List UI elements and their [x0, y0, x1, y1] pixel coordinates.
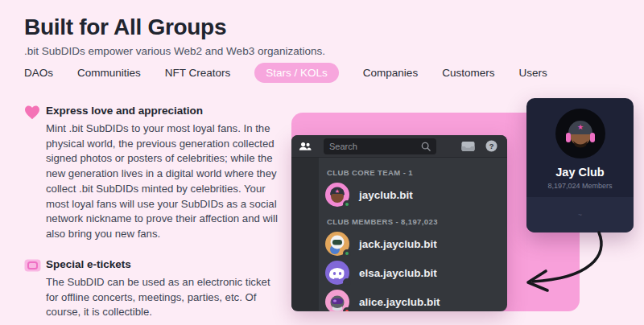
feature-text-block: Special e-tickets The SubDID can be used… — [46, 258, 283, 320]
feature-title: Special e-tickets — [46, 258, 283, 270]
club-name: Jay Club — [526, 166, 634, 179]
avatar: ★ — [325, 183, 349, 207]
profile-card-footer: ~ — [526, 197, 634, 232]
jay-club-profile-card[interactable]: ★ Jay Club 8,197,024 Members ~ — [526, 98, 634, 232]
header-icons: ? — [436, 140, 507, 152]
status-online — [343, 249, 351, 257]
tab-communities[interactable]: Communities — [77, 67, 141, 79]
tab-stars-kols[interactable]: Stars / KOLs — [254, 63, 339, 83]
member-name: jack.jayclub.bit — [359, 238, 437, 250]
inbox-icon[interactable] — [461, 141, 475, 152]
avatar — [325, 261, 349, 285]
member-row-jack[interactable]: jack.jayclub.bit — [325, 229, 501, 258]
built-for-all-groups-section: Built for All Groups .bit SubDIDs empowe… — [0, 0, 644, 325]
members-icon[interactable] — [291, 142, 319, 151]
club-avatar: ★ — [555, 109, 605, 158]
tab-customers[interactable]: Customers — [442, 67, 494, 79]
curved-arrow-doodle — [515, 228, 613, 299]
feature-text-block: Express love and appreciation Mint .bit … — [46, 105, 283, 242]
status-dnd — [343, 307, 351, 311]
club-member-count: 8,197,024 Members — [526, 182, 634, 190]
avatar — [325, 232, 349, 256]
svg-text:★: ★ — [576, 123, 583, 131]
roster-group-header: CLUB CORE TEAM - 1 — [327, 168, 501, 177]
avatar — [325, 290, 349, 311]
member-name: alice.jayclub.bit — [359, 296, 440, 308]
svg-text:★: ★ — [335, 188, 340, 194]
member-row-jayclub[interactable]: ★ jayclub.bit — [325, 180, 501, 209]
feature-etickets: Special e-tickets The SubDID can be used… — [24, 258, 283, 320]
status-idle — [343, 278, 351, 286]
roster-group-header: CLUB MEMBERS - 8,197,023 — [327, 217, 501, 226]
feature-express-love: Express love and appreciation Mint .bit … — [24, 105, 283, 242]
footer-glyph: ~ — [578, 211, 582, 219]
search-placeholder: Search — [329, 142, 421, 151]
tab-nft-creators[interactable]: NFT Creators — [165, 67, 231, 79]
feature-body: The SubDID can be used as an electronic … — [46, 275, 283, 320]
page-subtitle: .bit SubDIDs empower various Web2 and We… — [24, 45, 325, 57]
group-tabs: DAOs Communities NFT Creators Stars / KO… — [24, 63, 547, 83]
feature-list: Express love and appreciation Mint .bit … — [24, 105, 283, 325]
ticket-icon — [24, 258, 46, 320]
feature-title: Express love and appreciation — [46, 105, 283, 117]
svg-text:?: ? — [489, 142, 494, 150]
feature-body: Mint .bit SubDIDs to your most loyal fan… — [46, 121, 283, 242]
member-name: jayclub.bit — [359, 189, 413, 201]
search-input[interactable]: Search — [324, 138, 436, 154]
tab-daos[interactable]: DAOs — [24, 67, 53, 79]
tab-companies[interactable]: Companies — [363, 67, 418, 79]
mockup-header: Search ? — [291, 135, 507, 158]
status-online — [343, 200, 351, 208]
search-icon — [421, 142, 431, 151]
page-title: Built for All Groups — [24, 14, 226, 40]
member-row-alice[interactable]: alice.jayclub.bit — [325, 287, 501, 311]
member-name: elsa.jayclub.bit — [359, 267, 437, 279]
help-icon[interactable]: ? — [485, 140, 497, 152]
member-row-elsa[interactable]: elsa.jayclub.bit — [325, 258, 501, 287]
member-roster: CLUB CORE TEAM - 1 ★ jayclub.bit CLUB ME… — [319, 158, 507, 311]
tab-users[interactable]: Users — [518, 67, 547, 79]
mockup-body: CLUB CORE TEAM - 1 ★ jayclub.bit CLUB ME… — [291, 158, 507, 311]
chat-app-mockup: Search ? CLUB CORE TEAM - 1 ★ jayclub.bi… — [291, 135, 507, 311]
server-rail — [291, 158, 319, 311]
heart-icon — [24, 105, 46, 242]
